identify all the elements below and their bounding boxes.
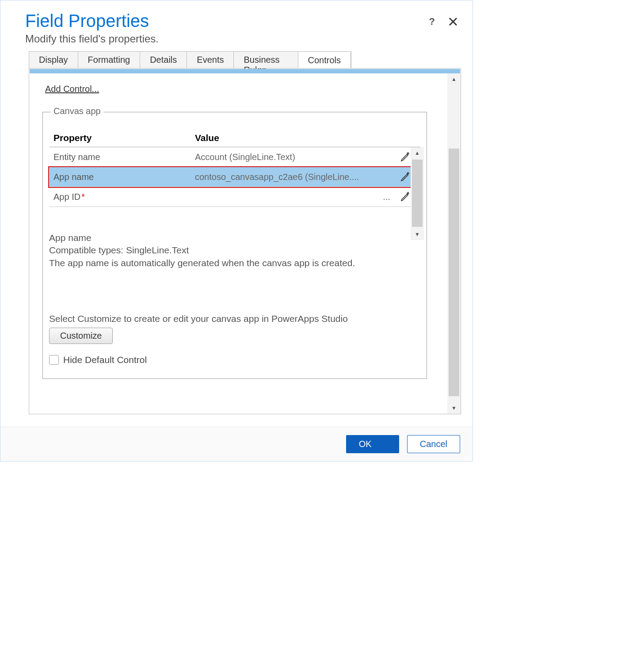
prop-value: contoso_canvasapp_c2ae6 (SingleLine....: [195, 172, 395, 182]
scroll-thumb[interactable]: [449, 149, 459, 396]
tab-events[interactable]: Events: [187, 52, 234, 68]
prop-name: App ID*: [53, 192, 195, 202]
accent-strip: [30, 69, 460, 73]
property-description: App name Compatible types: SingleLine.Te…: [49, 232, 420, 269]
required-asterisk: *: [81, 192, 85, 202]
help-icon[interactable]: ?: [426, 15, 438, 28]
customize-instructions: Select Customize to create or edit your …: [49, 313, 420, 324]
dialog-subtitle: Modify this field's properties.: [25, 33, 448, 45]
close-icon[interactable]: [447, 15, 459, 28]
description-text: The app name is automatically generated …: [49, 257, 420, 269]
scroll-down-icon[interactable]: ▼: [411, 229, 424, 240]
prop-value: ...: [195, 192, 395, 202]
tab-formatting[interactable]: Formatting: [78, 52, 141, 68]
ok-button[interactable]: OK: [346, 435, 399, 453]
dialog-footer: OK Cancel: [0, 427, 473, 461]
tab-details[interactable]: Details: [140, 52, 187, 68]
property-table: Property Value Entity name Account (Sing…: [49, 126, 420, 207]
description-title: App name: [49, 232, 420, 244]
table-row[interactable]: App name contoso_canvasapp_c2ae6 (Single…: [49, 167, 420, 187]
hide-default-checkbox[interactable]: [49, 355, 59, 365]
prop-name-text: App ID: [53, 192, 80, 202]
canvas-app-group: Canvas app Property Value Entity name Ac…: [42, 112, 427, 379]
description-types: Compatible types: SingleLine.Text: [49, 244, 420, 256]
customize-button[interactable]: Customize: [49, 328, 113, 344]
prop-value: Account (SingleLine.Text): [195, 152, 395, 162]
prop-name: Entity name: [53, 152, 195, 162]
table-row[interactable]: App ID* ...: [49, 187, 420, 207]
svg-text:?: ?: [429, 17, 435, 27]
scroll-up-icon[interactable]: ▲: [447, 73, 461, 85]
dialog-title: Field Properties: [25, 11, 448, 31]
field-properties-dialog: Field Properties Modify this field's pro…: [0, 0, 473, 462]
cancel-button[interactable]: Cancel: [407, 435, 460, 453]
outer-scrollbar[interactable]: ▲ ▼: [447, 73, 461, 414]
table-row[interactable]: Entity name Account (SingleLine.Text): [49, 147, 420, 167]
col-header-property: Property: [53, 133, 195, 143]
add-control-link[interactable]: Add Control...: [45, 84, 99, 94]
prop-name: App name: [53, 172, 195, 182]
tab-strip: Display Formatting Details Events Busine…: [29, 51, 351, 68]
scroll-up-icon[interactable]: ▲: [411, 147, 424, 159]
scroll-down-icon[interactable]: ▼: [447, 402, 461, 414]
tab-display[interactable]: Display: [29, 52, 78, 68]
dialog-header: Field Properties Modify this field's pro…: [0, 0, 473, 51]
scroll-thumb[interactable]: [412, 160, 423, 227]
tab-controls[interactable]: Controls: [298, 52, 351, 69]
tab-business-rules[interactable]: Business Rules: [234, 52, 298, 68]
tab-body: Add Control... Canvas app Property Value…: [29, 68, 461, 414]
col-header-value: Value: [195, 133, 416, 143]
inner-scrollbar[interactable]: ▲ ▼: [411, 147, 424, 240]
fieldset-legend: Canvas app: [51, 106, 103, 116]
hide-default-label: Hide Default Control: [63, 355, 147, 365]
